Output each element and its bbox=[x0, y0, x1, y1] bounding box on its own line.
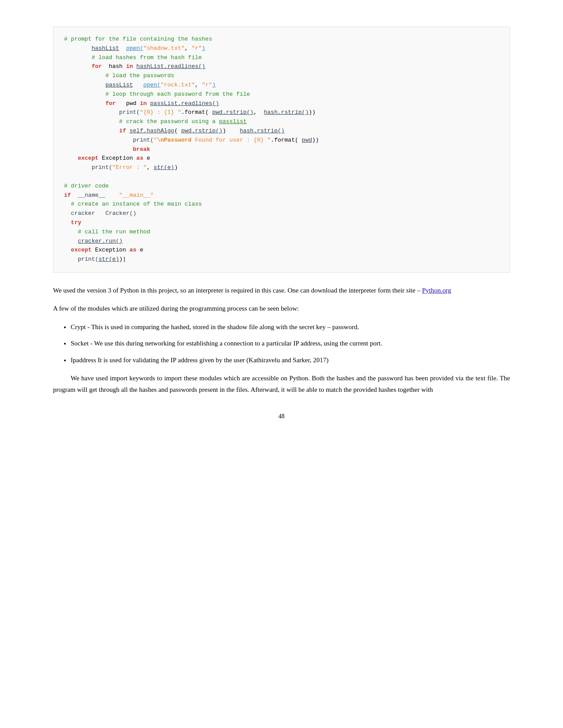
prose-para-1: We used the version 3 of Python in this … bbox=[53, 285, 510, 296]
page-number: 48 bbox=[53, 413, 510, 420]
list-item: Socket - We use this during networking f… bbox=[71, 338, 510, 349]
list-item: Ipaddress It is used for validating the … bbox=[71, 355, 510, 366]
list-item: Crypt - This is used in comparing the ha… bbox=[71, 322, 510, 333]
python-org-link[interactable]: Python.org bbox=[422, 287, 451, 294]
indent-para: We have used import keywords to import t… bbox=[53, 373, 510, 395]
prose-para-2: A few of the modules which are utilized … bbox=[53, 303, 510, 315]
bullet-list: Crypt - This is used in comparing the ha… bbox=[71, 322, 510, 366]
code-block: # prompt for the file containing the has… bbox=[53, 26, 510, 273]
